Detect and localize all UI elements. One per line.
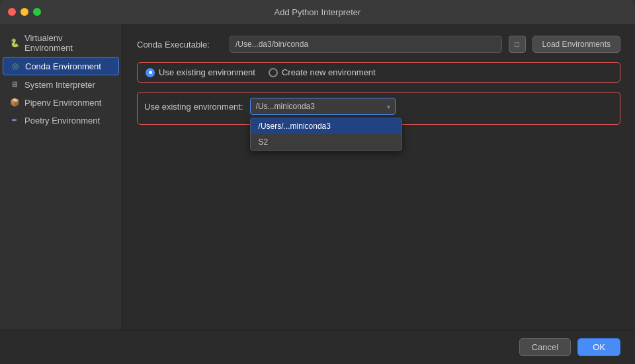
sidebar-item-virtualenv-label: Virtualenv Environment: [24, 33, 112, 53]
environment-dropdown[interactable]: /Us...miniconda3 S2: [250, 98, 396, 115]
radio-use-existing-indicator: [146, 68, 155, 77]
maximize-button[interactable]: [33, 8, 41, 16]
sidebar-item-virtualenv[interactable]: 🐍 Virtualenv Environment: [3, 30, 119, 56]
sidebar: 🐍 Virtualenv Environment ◎ Conda Environ…: [0, 24, 122, 330]
conda-executable-row: Conda Executable: □ Load Environments: [137, 36, 620, 53]
sidebar-item-system[interactable]: 🖥 System Interpreter: [3, 76, 119, 93]
sidebar-item-conda[interactable]: ◎ Conda Environment: [3, 57, 119, 75]
radio-create-new-label: Create new environment: [282, 67, 376, 77]
use-existing-row: Use existing environment: /Us...minicond…: [144, 98, 613, 115]
radio-create-new[interactable]: Create new environment: [269, 67, 376, 77]
poetry-icon: ✒: [9, 115, 20, 126]
load-environments-button[interactable]: Load Environments: [532, 36, 620, 53]
cancel-button[interactable]: Cancel: [519, 338, 571, 356]
main-content: Conda Executable: □ Load Environments Us…: [122, 24, 635, 330]
virtualenv-icon: 🐍: [9, 38, 20, 48]
browse-icon: □: [515, 40, 519, 48]
ok-button[interactable]: OK: [577, 338, 620, 356]
title-bar: Add Python Interpreter: [0, 0, 635, 24]
minimize-button[interactable]: [21, 8, 28, 16]
dropdown-item-0[interactable]: /Users/...miniconda3: [251, 118, 402, 134]
window-controls: [8, 8, 41, 16]
radio-group: Use existing environment Create new envi…: [137, 62, 620, 83]
dropdown-item-1[interactable]: S2: [251, 134, 402, 150]
dialog-body: 🐍 Virtualenv Environment ◎ Conda Environ…: [0, 24, 635, 330]
radio-create-new-indicator: [269, 68, 278, 77]
pipenv-icon: 📦: [9, 97, 20, 108]
sidebar-item-poetry[interactable]: ✒ Poetry Environment: [3, 112, 119, 129]
browse-button[interactable]: □: [509, 36, 526, 53]
radio-use-existing[interactable]: Use existing environment: [146, 67, 255, 77]
dropdown-popup: /Users/...miniconda3 S2: [250, 118, 402, 151]
sidebar-item-pipenv[interactable]: 📦 Pipenv Environment: [3, 94, 119, 111]
sidebar-item-conda-label: Conda Environment: [25, 61, 101, 71]
conda-executable-input[interactable]: [230, 36, 502, 53]
conda-icon: ◎: [10, 61, 21, 71]
sidebar-item-poetry-label: Poetry Environment: [24, 116, 100, 126]
use-existing-area: Use existing environment: /Us...minicond…: [137, 92, 620, 125]
environment-dropdown-wrapper: /Us...miniconda3 S2 ▾ /Users/...minicond…: [250, 98, 396, 115]
radio-use-existing-label: Use existing environment: [159, 67, 255, 77]
sidebar-item-system-label: System Interpreter: [24, 80, 95, 90]
bottom-bar: Cancel OK: [0, 330, 635, 364]
dialog: Add Python Interpreter 🐍 Virtualenv Envi…: [0, 0, 635, 364]
system-icon: 🖥: [9, 79, 20, 90]
dialog-title: Add Python Interpreter: [275, 7, 361, 17]
sidebar-item-pipenv-label: Pipenv Environment: [24, 98, 101, 108]
use-existing-label: Use existing environment:: [144, 102, 243, 112]
conda-executable-label: Conda Executable:: [137, 40, 223, 50]
close-button[interactable]: [8, 8, 16, 16]
